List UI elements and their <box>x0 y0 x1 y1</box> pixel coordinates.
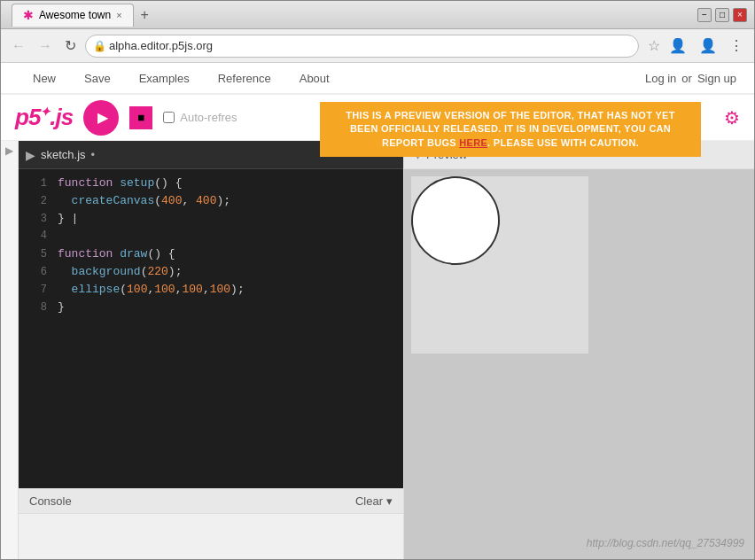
code-line-1: 1 function setup() { <box>19 176 403 194</box>
lock-icon: 🔒 <box>93 40 106 52</box>
line-num-8: 8 <box>26 301 47 314</box>
line-num-3: 3 <box>26 213 47 225</box>
banner-link[interactable]: HERE <box>459 137 487 148</box>
browser-tab[interactable]: ✱ Awesome town × <box>12 4 134 27</box>
p5-canvas <box>411 176 588 354</box>
settings-button[interactable]: ⚙ <box>724 107 740 128</box>
line-content-6: background(220); <box>58 265 182 278</box>
play-button[interactable]: ▶ <box>83 100 119 136</box>
app-nav: New Save Examples Reference About Log in… <box>1 63 754 95</box>
editor-area: ▶ ▶ sketch.js • 1 function setup() { <box>1 141 754 559</box>
console-body <box>19 514 403 559</box>
signup-link[interactable]: Sign up <box>697 72 736 85</box>
code-line-5: 5 function draw() { <box>19 247 403 265</box>
nav-auth: Log in or Sign up <box>645 72 736 85</box>
code-line-8: 8 } <box>19 300 403 318</box>
code-line-2: 2 createCanvas(400, 400); <box>19 194 403 212</box>
address-bar[interactable]: 🔒 alpha.editor.p5js.org <box>85 35 639 58</box>
line-content-1: function setup() { <box>58 176 182 190</box>
left-gutter: ▶ <box>1 141 19 559</box>
watermark-text: http://blog.csdn.net/qq_27534999 <box>587 537 744 549</box>
auto-refresh-control: Auto-refres <box>163 111 237 124</box>
editor-filename: sketch.js <box>41 148 86 161</box>
address-bar-row: ← → ↻ 🔒 alpha.editor.p5js.org ☆ 👤 👤 ⋮ <box>1 29 754 63</box>
auto-refresh-checkbox[interactable] <box>163 112 175 123</box>
line-content-8: } <box>58 300 65 314</box>
bookmark-icon[interactable]: ☆ <box>648 37 660 54</box>
code-line-6: 6 background(220); <box>19 265 403 283</box>
banner-text-after: . PLEASE USE WITH CAUTION. <box>487 137 639 148</box>
nav-save[interactable]: Save <box>70 65 125 92</box>
auto-refresh-label: Auto-refres <box>180 111 237 124</box>
editor-preview-row: ▶ ▶ sketch.js • 1 function setup() { <box>1 141 754 559</box>
preview-panel: ▾ Preview http://blog.csdn.net/qq_275349… <box>404 141 754 559</box>
line-content-7: ellipse(100,100,100,100); <box>58 283 245 296</box>
settings-icon: ⚙ <box>724 108 740 128</box>
title-bar: ✱ Awesome town × + − □ × <box>1 1 754 29</box>
editor-modified-dot: • <box>91 148 96 161</box>
editor-collapse-icon[interactable]: ▶ <box>26 148 35 162</box>
tab-close-button[interactable]: × <box>116 10 121 20</box>
code-line-3: 3 } | <box>19 212 403 229</box>
tab-favicon: ✱ <box>23 8 34 22</box>
nav-about[interactable]: About <box>285 65 344 92</box>
new-tab-button[interactable]: + <box>134 4 156 27</box>
collapse-arrow[interactable]: ▶ <box>5 144 13 157</box>
login-link[interactable]: Log in <box>645 72 676 85</box>
nav-or: or <box>681 72 692 85</box>
console-clear-icon: ▾ <box>386 494 393 508</box>
line-content-3: } | <box>58 212 78 225</box>
tab-bar: ✱ Awesome town × + <box>8 4 697 27</box>
play-icon: ▶ <box>97 109 108 126</box>
nav-new[interactable]: New <box>19 65 70 92</box>
app-container: New Save Examples Reference About Log in… <box>1 63 754 559</box>
close-button[interactable]: × <box>733 8 747 22</box>
url-text: alpha.editor.p5js.org <box>109 39 629 52</box>
console-clear-label: Clear <box>355 494 383 508</box>
stop-icon: ■ <box>137 111 144 124</box>
p5-logo: p5✦.js <box>15 104 73 131</box>
preview-banner: THIS IS A PREVIEW VERSION OF THE EDITOR,… <box>320 102 701 157</box>
stop-button[interactable]: ■ <box>129 106 152 129</box>
console-clear-button[interactable]: Clear ▾ <box>355 494 393 508</box>
line-num-2: 2 <box>26 195 47 207</box>
profile-icon[interactable]: 👤 <box>665 35 690 56</box>
line-num-1: 1 <box>26 177 47 190</box>
minimize-button[interactable]: − <box>697 8 712 22</box>
back-button[interactable]: ← <box>8 36 29 56</box>
forward-button[interactable]: → <box>35 36 56 56</box>
console-header: Console Clear ▾ <box>19 489 403 514</box>
reload-button[interactable]: ↻ <box>61 35 80 56</box>
line-num-6: 6 <box>26 266 47 278</box>
console-panel: Console Clear ▾ <box>19 488 403 559</box>
nav-examples[interactable]: Examples <box>125 65 204 92</box>
line-num-7: 7 <box>26 284 47 296</box>
editor-panel: ▶ sketch.js • 1 function setup() { 2 <box>19 141 404 559</box>
maximize-button[interactable]: □ <box>715 8 729 22</box>
line-num-4: 4 <box>26 229 47 242</box>
console-title: Console <box>29 494 355 508</box>
app-toolbar: p5✦.js ▶ ■ Auto-refres THIS IS A PREVIEW… <box>1 95 754 141</box>
p5-ellipse <box>411 176 500 265</box>
code-editor[interactable]: 1 function setup() { 2 createCanvas(400,… <box>19 169 403 488</box>
browser-window: ✱ Awesome town × + − □ × ← → ↻ 🔒 alpha.e… <box>0 0 755 560</box>
code-line-7: 7 ellipse(100,100,100,100); <box>19 283 403 300</box>
preview-canvas-area <box>404 169 754 559</box>
nav-reference[interactable]: Reference <box>204 65 285 92</box>
line-content-2: createCanvas(400, 400); <box>58 194 230 207</box>
code-line-4: 4 <box>19 229 403 247</box>
line-content-5: function draw() { <box>58 247 175 261</box>
line-num-5: 5 <box>26 248 47 261</box>
tab-title: Awesome town <box>39 9 111 21</box>
menu-icon[interactable]: ⋮ <box>726 35 747 56</box>
profile2-icon[interactable]: 👤 <box>696 35 720 56</box>
window-controls: − □ × <box>697 8 747 22</box>
